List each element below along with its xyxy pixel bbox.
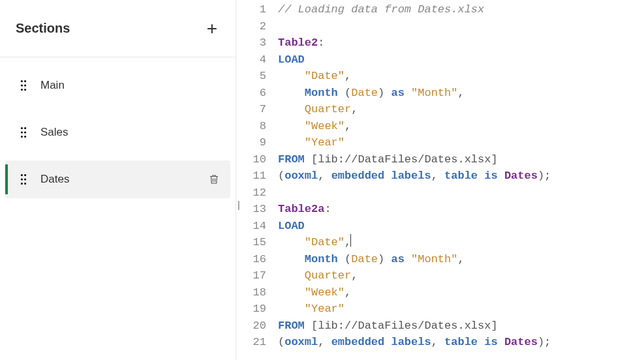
line-number: 5 <box>236 68 266 85</box>
code-token: Date <box>351 87 378 99</box>
svg-point-4 <box>21 89 23 91</box>
app-root: Sections + MainSalesDates || 12345678910… <box>0 0 644 360</box>
code-token: "Year" <box>305 136 345 149</box>
code-line[interactable]: "Date", <box>278 234 644 251</box>
delete-section-icon[interactable] <box>208 173 221 186</box>
add-section-button[interactable]: + <box>202 17 222 40</box>
section-item-main[interactable]: Main <box>5 67 230 104</box>
svg-point-2 <box>21 84 23 86</box>
code-token: ); <box>538 336 551 348</box>
code-line[interactable]: "Date", <box>278 68 644 85</box>
line-number: 18 <box>236 284 266 301</box>
code-content[interactable]: // Loading data from Dates.xlsxTable2:LO… <box>278 1 644 360</box>
code-token: : <box>324 203 331 215</box>
code-token: , <box>345 286 351 299</box>
code-line[interactable]: "Week", <box>278 118 644 135</box>
code-line[interactable]: LOAD <box>278 52 644 68</box>
svg-point-7 <box>24 127 26 129</box>
svg-point-5 <box>24 89 26 91</box>
code-token: , <box>457 87 464 99</box>
code-line[interactable]: Quarter, <box>278 267 644 284</box>
code-token: [ <box>305 320 318 332</box>
section-list: MainSalesDates <box>0 57 236 198</box>
svg-point-13 <box>24 174 26 176</box>
code-line[interactable]: "Year" <box>278 301 644 318</box>
code-token: ] <box>491 320 497 332</box>
drag-handle-icon[interactable] <box>20 127 27 138</box>
code-line[interactable] <box>278 18 644 35</box>
code-token: as <box>391 87 404 99</box>
code-token: as <box>391 253 404 265</box>
line-number: 13 <box>236 201 266 218</box>
code-token: "Date" <box>305 236 345 248</box>
line-number: 11 <box>236 168 266 185</box>
code-token: table is <box>444 170 498 182</box>
code-token: ); <box>538 170 551 182</box>
line-number: 19 <box>236 301 266 318</box>
code-token: Table2a <box>278 203 324 215</box>
code-token: table is <box>444 336 498 348</box>
line-number: 14 <box>236 218 266 235</box>
svg-point-6 <box>21 127 23 129</box>
svg-point-11 <box>24 136 26 138</box>
svg-point-14 <box>21 178 23 180</box>
code-line[interactable]: FROM [lib://DataFiles/Dates.xlsx] <box>278 318 644 335</box>
code-line[interactable] <box>278 185 644 202</box>
code-token <box>498 336 504 348</box>
code-token: Dates <box>504 336 538 348</box>
line-number: 9 <box>236 134 266 151</box>
code-line[interactable]: LOAD <box>278 218 644 235</box>
code-line[interactable]: Month (Date) as "Month", <box>278 85 644 102</box>
sidebar-title: Sections <box>16 21 70 36</box>
code-token: embedded labels <box>331 170 431 182</box>
resize-handle-icon[interactable]: || <box>238 200 238 210</box>
code-token: ( <box>338 87 351 99</box>
code-token: , <box>345 120 351 132</box>
svg-point-15 <box>24 178 26 180</box>
code-token: "Week" <box>305 286 345 299</box>
code-line[interactable]: // Loading data from Dates.xlsx <box>278 1 644 18</box>
code-token: Dates <box>504 170 538 182</box>
code-token: Date <box>351 253 378 265</box>
code-token: Quarter <box>305 269 351 282</box>
code-token <box>278 87 305 99</box>
drag-handle-icon[interactable] <box>20 80 27 91</box>
line-number: 12 <box>236 185 266 202</box>
section-item-sales[interactable]: Sales <box>5 113 230 151</box>
code-token: , <box>431 170 444 182</box>
code-token: ( <box>338 253 351 265</box>
code-line[interactable]: Quarter, <box>278 101 644 118</box>
svg-point-17 <box>24 183 26 185</box>
svg-point-1 <box>24 80 26 82</box>
drag-handle-icon[interactable] <box>20 173 27 185</box>
code-line[interactable]: Table2: <box>278 35 644 52</box>
section-item-label: Main <box>40 79 221 92</box>
line-number: 4 <box>236 52 266 68</box>
code-line[interactable]: "Week", <box>278 284 644 301</box>
code-token <box>278 253 305 265</box>
code-line[interactable]: (ooxml, embedded labels, table is Dates)… <box>278 168 644 185</box>
code-token: Quarter <box>305 103 351 115</box>
code-line[interactable]: Table2a: <box>278 201 644 218</box>
code-editor[interactable]: 123456789101112131415161718192021 // Loa… <box>236 0 644 360</box>
code-line[interactable]: "Year" <box>278 134 644 151</box>
line-number: 3 <box>236 35 266 52</box>
code-line[interactable]: FROM [lib://DataFiles/Dates.xlsx] <box>278 151 644 168</box>
code-token: FROM <box>278 320 305 332</box>
code-token: Table2 <box>278 37 318 49</box>
line-number: 20 <box>236 318 266 335</box>
code-token: ooxml <box>284 170 318 182</box>
code-token: "Month" <box>411 87 457 99</box>
code-token: ) <box>378 253 391 265</box>
code-token <box>278 236 305 248</box>
section-item-dates[interactable]: Dates <box>5 160 230 198</box>
code-token: , <box>318 336 331 348</box>
code-token: ( <box>278 170 284 182</box>
section-item-label: Dates <box>40 173 208 186</box>
line-number-gutter: 123456789101112131415161718192021 <box>236 1 278 360</box>
code-line[interactable]: (ooxml, embedded labels, table is Dates)… <box>278 334 644 351</box>
svg-point-8 <box>21 131 23 133</box>
code-token <box>278 120 305 132</box>
code-token: , <box>351 269 358 282</box>
code-line[interactable]: Month (Date) as "Month", <box>278 251 644 268</box>
